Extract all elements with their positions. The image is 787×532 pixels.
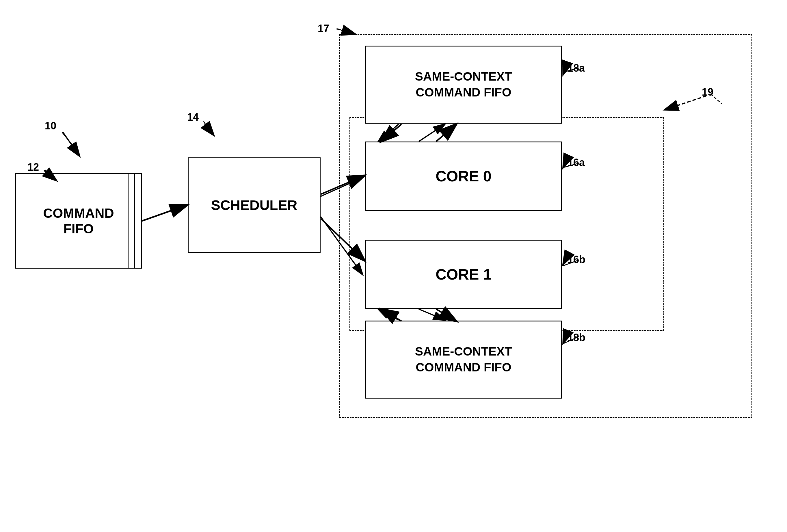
svg-line-23 [337,29,355,34]
svg-line-9 [62,132,77,150]
command-fifo-box: COMMANDFIFO [15,173,142,269]
svg-line-20 [63,132,80,156]
core-1-box: CORE 1 [365,240,562,309]
core-0-box: CORE 0 [365,142,562,211]
ref-label-10: 10 [45,120,56,132]
scheduler-box: SCHEDULER [188,157,321,253]
svg-line-22 [205,124,214,135]
diagram-container: 10 12 14 17 18a 19 16a 16b 18b COMMANDFI… [0,0,787,532]
ref-label-12: 12 [27,161,39,173]
svg-line-12 [337,29,352,33]
ref-label-17: 17 [318,23,329,35]
svg-line-2 [142,205,186,221]
ref-label-14: 14 [187,111,199,123]
svg-line-24 [142,205,187,221]
svg-line-11 [204,121,211,133]
same-context-fifo-bottom-box: SAME-CONTEXTCOMMAND FIFO [365,321,562,399]
same-context-fifo-top-box: SAME-CONTEXTCOMMAND FIFO [365,46,562,124]
